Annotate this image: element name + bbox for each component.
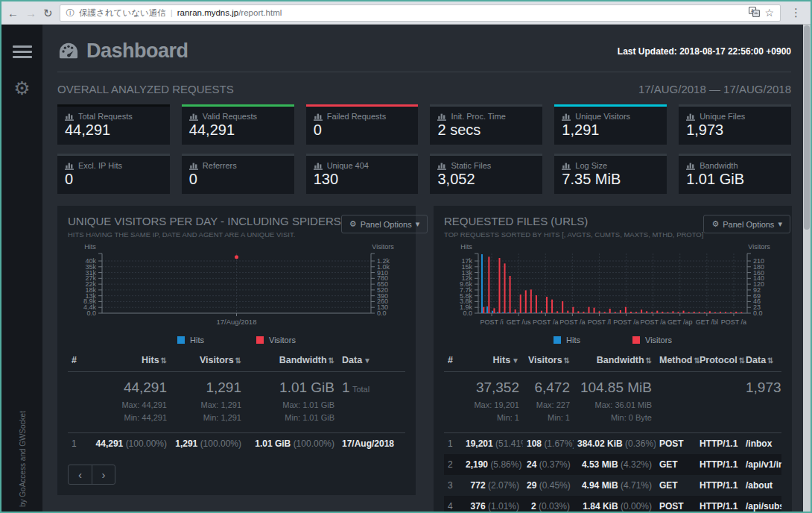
col-visitors[interactable]: Visitors⇅ [171, 349, 245, 372]
svg-text:GET /ap: GET /ap [667, 318, 692, 326]
bar-chart-icon [686, 162, 696, 170]
bar-chart-icon [437, 113, 447, 121]
col-data[interactable]: Data⇅ [742, 349, 781, 372]
info-icon[interactable]: ⓘ [66, 7, 75, 19]
translate-icon[interactable]: A [749, 7, 760, 19]
svg-text:POST /i: POST /i [480, 318, 503, 326]
sort-icon: ⇅ [161, 356, 167, 365]
svg-text:1.2k: 1.2k [377, 257, 390, 265]
metric-card: Failed Requests0 [306, 104, 419, 145]
chevron-down-icon: ▾ [416, 219, 420, 229]
visitors-swatch [632, 336, 640, 344]
requests-table: # Hits▼ Visitors⇅ Bandwidth⇅ Method⇅ Pro… [444, 349, 781, 512]
goaccess-app: ⚙ by GoAccess and GWSocket Dashboard [1, 25, 811, 512]
metric-card: Valid Requests44,291 [182, 104, 294, 145]
table-row[interactable]: 4376 (1.01%)2 (0.03%)1.84 KiB (0.00%)POS… [444, 496, 781, 512]
metric-label: Static Files [451, 161, 491, 170]
metric-value: 3,052 [437, 171, 535, 188]
col-bandwidth[interactable]: Bandwidth⇅ [574, 349, 656, 372]
metric-value: 0 [189, 171, 287, 188]
col-rank[interactable]: # [68, 349, 89, 372]
hits-swatch [554, 336, 561, 344]
metric-label: Total Requests [78, 112, 133, 121]
omnibox-separator: | [171, 8, 173, 17]
svg-text:POST /a: POST /a [533, 318, 558, 326]
unique-visitors-chart: HitsVisitors0.00.04.4k1308.9k26013k39018… [68, 242, 405, 336]
table-row[interactable]: 1 44,291 (100.00%) 1,291 (100.00%) 1.01 … [68, 433, 405, 455]
svg-text:17/Aug/2018: 17/Aug/2018 [217, 318, 257, 326]
page-scrollbar[interactable] [803, 25, 811, 512]
table-row[interactable]: 119,201 (51.41%)108 (1.67%)384.02 KiB (0… [444, 433, 781, 455]
chevron-down-icon: ▾ [778, 219, 782, 229]
col-data[interactable]: Data▼ [338, 349, 405, 372]
hits-swatch [177, 336, 185, 344]
metric-cards: Total Requests44,291Valid Requests44,291… [57, 104, 791, 194]
metric-label: Excl. IP Hits [78, 161, 122, 170]
metric-card: Total Requests44,291 [57, 104, 170, 145]
credit-text: by GoAccess and GWSocket [19, 411, 27, 507]
dashboard-gauge-icon [57, 42, 80, 61]
metric-value: 44,291 [65, 122, 162, 139]
col-method[interactable]: Method⇅ [656, 349, 696, 372]
col-hits[interactable]: Hits⇅ [89, 349, 171, 372]
metric-label: Valid Requests [203, 112, 257, 121]
svg-text:POST /a: POST /a [559, 318, 585, 326]
summary-row: 44,291Max: 44,291Min: 44,291 1,291Max: 1… [68, 372, 405, 433]
panel-options-button[interactable]: ⚙ Panel Options ▾ [703, 215, 790, 233]
panel-options-button[interactable]: ⚙ Panel Options ▾ [341, 215, 428, 233]
svg-text:Visitors: Visitors [748, 243, 770, 251]
svg-text:POST /a: POST /a [640, 318, 665, 326]
col-visitors[interactable]: Visitors⇅ [523, 349, 574, 372]
next-page-button[interactable]: › [92, 465, 115, 484]
svg-text:17k: 17k [461, 257, 472, 265]
svg-text:Hits: Hits [84, 243, 96, 251]
address-bar[interactable]: ⓘ 保護されていない通信 | ranran.mydns.jp/report.ht… [60, 4, 781, 22]
panel-subtitle: HITS HAVING THE SAME IP, DATE AND AGENT … [68, 230, 341, 239]
menu-icon[interactable] [13, 45, 32, 58]
sort-icon: ▼ [364, 356, 371, 365]
col-rank[interactable]: # [444, 349, 462, 372]
col-hits[interactable]: Hits▼ [462, 349, 523, 372]
metric-value: 2 secs [437, 122, 535, 139]
scrollbar-thumb[interactable] [804, 25, 810, 230]
table-row[interactable]: 22,190 (5.86%)24 (0.37%)4.53 MiB (4.32%)… [444, 454, 781, 475]
forward-icon[interactable]: → [25, 7, 37, 19]
bar-chart-icon [314, 113, 323, 121]
page-header: Dashboard Last Updated: 2018-08-17 22:56… [57, 29, 791, 72]
bar-chart-icon [65, 113, 74, 121]
sort-icon: ⇅ [646, 356, 652, 365]
prev-page-button[interactable]: ‹ [69, 465, 92, 484]
bar-chart-icon [65, 162, 74, 170]
sort-icon: ⇅ [767, 356, 773, 365]
chart-legend: Hits Visitors [444, 336, 781, 344]
metric-value: 1,291 [562, 122, 659, 139]
panels: UNIQUE VISITORS PER DAY - INCLUDING SPID… [57, 206, 791, 512]
gear-icon: ⚙ [349, 219, 357, 229]
metric-label: Init. Proc. Time [451, 112, 505, 121]
svg-text:Hits: Hits [460, 243, 472, 251]
sort-icon: ⇅ [564, 356, 570, 365]
col-protocol[interactable]: Protocol⇅ [696, 349, 742, 372]
svg-text:POST /l: POST /l [588, 318, 611, 326]
app-brand: Dashboard [57, 40, 188, 63]
metric-card: Excl. IP Hits0 [57, 154, 170, 194]
sidebar: ⚙ by GoAccess and GWSocket [1, 25, 42, 512]
svg-text:GET /us: GET /us [507, 318, 531, 326]
browser-window: ← → ↻ ⓘ 保護されていない通信 | ranran.mydns.jp/rep… [0, 0, 812, 513]
browser-menu-icon[interactable]: ⋮ [787, 6, 805, 19]
reload-icon[interactable]: ↻ [43, 7, 53, 19]
requested-files-chart: HitsVisitors0.00.01.9k233.8k465.8k697.7k… [444, 242, 781, 336]
settings-gear-icon[interactable]: ⚙ [1, 79, 42, 98]
bookmark-star-icon[interactable]: ☆ [764, 7, 774, 18]
col-bandwidth[interactable]: Bandwidth⇅ [245, 349, 338, 372]
metric-value: 1.01 GiB [686, 171, 784, 188]
table-row[interactable]: 3772 (2.07%)29 (0.45%)4.94 MiB (4.71%)GE… [444, 475, 781, 496]
back-icon[interactable]: ← [7, 7, 19, 19]
metric-card: Unique Visitors1,291 [554, 104, 667, 145]
overview-section-header: OVERALL ANALYZED REQUESTS 17/AUG/2018 — … [57, 83, 791, 95]
metric-value: 7.35 MiB [562, 171, 659, 188]
svg-text:210: 210 [753, 257, 764, 265]
metric-card: Bandwidth1.01 GiB [679, 154, 791, 194]
metric-label: Unique Visitors [575, 112, 630, 121]
bar-chart-icon [562, 113, 571, 121]
